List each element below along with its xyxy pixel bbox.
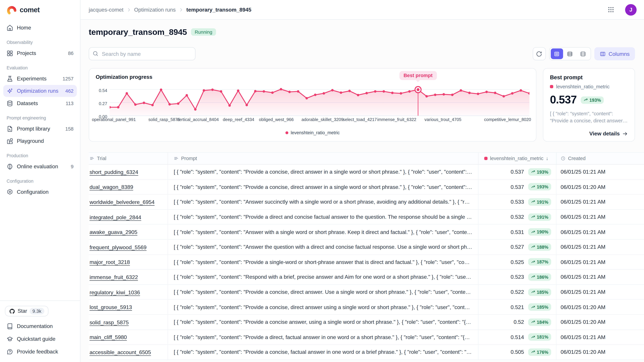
search-input[interactable] [89, 47, 196, 60]
breadcrumb-item[interactable]: jacques-comet [89, 6, 124, 13]
table-row[interactable]: frequent_plywood_5569[ { "role": "system… [89, 240, 644, 255]
sidebar-item-datasets[interactable]: Datasets113 [3, 97, 77, 109]
trial-link[interactable]: major_root_3218 [90, 259, 130, 265]
columns-button[interactable]: Columns [594, 47, 635, 60]
column-header-prompt[interactable]: Prompt [168, 153, 478, 164]
layout-icon [6, 138, 13, 144]
rows-medium-icon [567, 51, 573, 57]
sidebar-item-provide-feedback[interactable]: Provide feedback [3, 345, 77, 358]
density-option-rows-dense[interactable] [550, 48, 563, 59]
metric-value: 0.514 [511, 334, 524, 340]
table-row[interactable]: short_pudding_6324[ { "role": "system", … [89, 165, 644, 180]
table-row[interactable]: accessible_account_6505[ { "role": "syst… [89, 345, 644, 360]
trial-link[interactable]: worldwide_belvedere_6954 [90, 199, 155, 205]
trial-link[interactable]: frequent_plywood_5569 [90, 244, 146, 250]
controls-row: Columns [89, 47, 635, 60]
nav-section-configuration: Configuration [3, 173, 77, 186]
table-row[interactable]: lost_grouse_5913[ { "role": "system", "c… [89, 300, 644, 315]
column-header-created[interactable]: Created [556, 153, 644, 164]
created-cell: 06/01/25 01:21 AM [556, 255, 644, 269]
logo[interactable]: comet [0, 0, 80, 17]
trial-link[interactable]: awake_guava_2905 [90, 229, 137, 235]
avatar[interactable]: J [625, 4, 636, 15]
count-badge: 113 [66, 100, 74, 106]
trial-link[interactable]: short_pudding_6324 [90, 169, 138, 175]
column-header-metric[interactable]: levenshtein_ratio_metric ↓ [478, 153, 556, 164]
x-tick-label: obliged_west_966 [259, 117, 294, 122]
view-details-link[interactable]: View details [589, 131, 628, 137]
table-row[interactable]: major_root_3218[ { "role": "system", "co… [89, 255, 644, 270]
created-cell: 06/01/25 01:21 AM [556, 285, 644, 299]
legend-dot-icon [286, 131, 288, 134]
trial-link[interactable]: regulatory_kiwi_1036 [90, 289, 140, 295]
created-cell: 06/01/25 01:21 AM [556, 330, 644, 345]
delta-badge: 176% [528, 349, 551, 356]
trial-link[interactable]: accessible_account_6505 [90, 349, 151, 356]
metric-cell: 0.514181% [478, 330, 556, 345]
brain-icon [6, 163, 13, 170]
metric-value: 0.527 [511, 244, 524, 250]
best-prompt-value: 0.537 [550, 93, 576, 106]
best-prompt-title: Best prompt [550, 74, 628, 80]
topbar: jacques-cometOptimization runstemporary_… [80, 0, 644, 20]
created-cell: 06/01/25 01:21 AM [556, 270, 644, 284]
trial-link[interactable]: integrated_pole_2844 [90, 214, 141, 220]
table-row[interactable]: solid_rasp_5875[ { "role": "system", "co… [89, 315, 644, 330]
chart-plot[interactable]: Best prompt [110, 69, 530, 123]
trial-link[interactable]: immense_fruit_6322 [90, 274, 138, 280]
trial-link[interactable]: lost_grouse_5913 [90, 304, 132, 310]
breadcrumb: jacques-cometOptimization runstemporary_… [89, 6, 608, 13]
arrow-right-icon [622, 131, 628, 136]
trial-cell: main_cliff_5980 [89, 333, 168, 341]
trial-cell: frequent_plywood_5569 [89, 243, 168, 251]
breadcrumb-item[interactable]: Optimization runs [134, 6, 176, 13]
x-tick-label: adorable_skillet_3209 [302, 117, 344, 122]
column-header-trial[interactable]: Trial [89, 153, 168, 164]
trial-link[interactable]: main_cliff_5980 [90, 334, 127, 340]
apps-grid-icon[interactable] [608, 6, 614, 13]
cards-row: Optimization progress 0.540.270.00 [89, 68, 635, 142]
trend-up-icon [531, 200, 536, 204]
table-row[interactable]: immense_fruit_6322[ { "role": "system", … [89, 270, 644, 285]
trial-link[interactable]: dual_wagon_8389 [90, 184, 133, 190]
sidebar-item-projects[interactable]: Projects86 [3, 47, 77, 59]
sidebar-item-online-evaluation[interactable]: Online evaluation9 [3, 161, 77, 172]
delta-badge: 191% [528, 198, 551, 206]
table-row[interactable]: awake_guava_2905[ { "role": "system", "c… [89, 225, 644, 240]
sidebar-item-documentation[interactable]: Documentation [3, 320, 77, 333]
x-tick-label: select_toad_4217 [343, 117, 377, 122]
table-row[interactable]: main_cliff_5980[ { "role": "system", "co… [89, 330, 644, 345]
sidebar-item-optimization-runs[interactable]: Optimization runs462 [3, 85, 77, 97]
table-row[interactable]: worldwide_belvedere_6954[ { "role": "sys… [89, 195, 644, 210]
table-row[interactable]: integrated_pole_2844[ { "role": "system"… [89, 210, 644, 225]
table-row[interactable]: regulatory_kiwi_1036[ { "role": "system"… [89, 285, 644, 300]
chart-body: 0.540.270.00 Best prompt [96, 69, 530, 129]
metric-value: 0.525 [511, 259, 524, 265]
delta-badge: 185% [528, 289, 551, 296]
metric-cell: 0.537193% [478, 165, 556, 179]
metric-value: 0.532 [511, 214, 524, 220]
chat-icon [6, 348, 13, 355]
trend-up-icon [531, 170, 536, 174]
sidebar-item-experiments[interactable]: Experiments1257 [3, 72, 77, 84]
y-tick-label: 0.54 [96, 88, 107, 93]
trend-up-icon [584, 98, 588, 102]
density-option-rows-large[interactable] [577, 48, 589, 59]
sidebar-item-prompt-library[interactable]: Prompt library158 [3, 123, 77, 135]
nav-section-observability: Observability [3, 34, 77, 47]
page-title: temporary_transom_8945 [89, 27, 187, 37]
sort-desc-icon[interactable]: ↓ [546, 156, 548, 161]
trial-link[interactable]: solid_rasp_5875 [90, 319, 129, 326]
github-star-button[interactable]: Star 9.3k [5, 306, 48, 317]
table-row[interactable]: dual_wagon_8389[ { "role": "system", "co… [89, 180, 644, 195]
table-body: short_pudding_6324[ { "role": "system", … [89, 165, 644, 360]
best-prompt-delta-badge: 193% [581, 96, 604, 104]
gear-icon [6, 189, 13, 195]
sidebar-item-configuration[interactable]: Configuration [3, 186, 77, 198]
sidebar-item-playground[interactable]: Playground [3, 135, 77, 147]
density-option-rows-medium[interactable] [564, 48, 576, 59]
sidebar-item-home[interactable]: Home [3, 22, 77, 34]
sidebar-item-quickstart-guide[interactable]: Quickstart guide [3, 333, 77, 345]
database-icon [6, 100, 13, 106]
refresh-button[interactable] [533, 47, 546, 60]
